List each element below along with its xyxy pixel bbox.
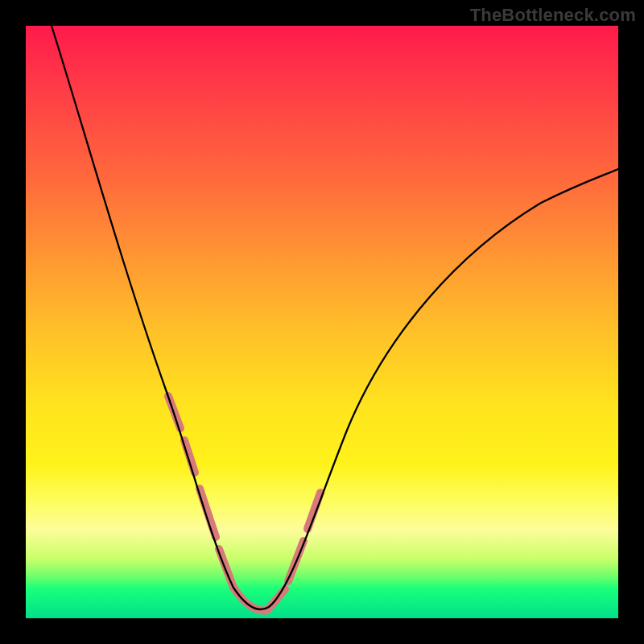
watermark-text: TheBottleneck.com (470, 5, 636, 26)
chart-frame: TheBottleneck.com (0, 0, 644, 644)
curve-svg (26, 26, 618, 618)
bottleneck-curve (52, 26, 618, 609)
plot-area (26, 26, 618, 618)
accent-dashes (168, 396, 320, 610)
